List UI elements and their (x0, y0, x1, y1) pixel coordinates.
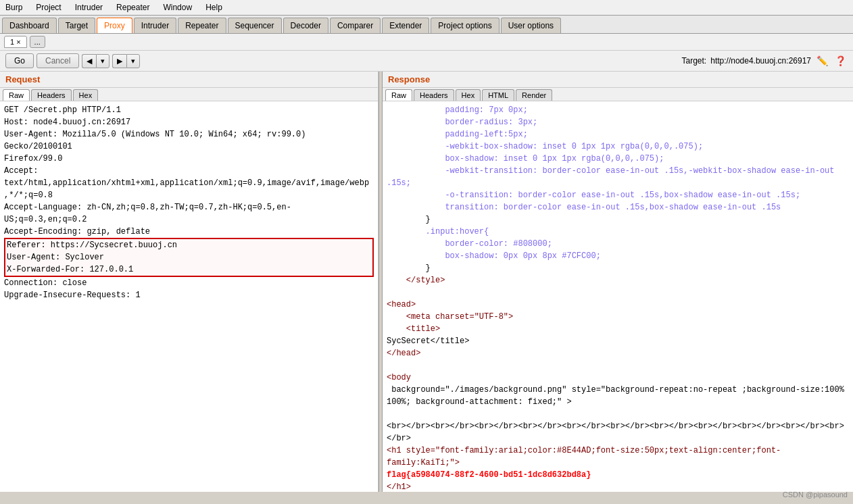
response-line: <h1 style="font-family:arial;color:#8E44… (387, 446, 781, 468)
repeater-tab-more[interactable]: ... (30, 36, 45, 48)
response-line: padding: 7px 0px; (387, 105, 528, 115)
forward-nav-group: ▶ ▾ (112, 54, 140, 68)
request-line: Accept-Language: zh-CN,zh;q=0.8,zh-TW;q=… (4, 201, 374, 226)
response-line: box-shadow: 0px 0px 8px #7CFC00; (387, 251, 601, 261)
request-panel: Request Raw Headers Hex GET /Secret.php … (0, 72, 379, 492)
request-line: Connection: close (4, 277, 374, 289)
response-line: box-shadow: inset 0 1px 1px rgba(0,0,0,.… (387, 154, 664, 163)
response-tab-hex[interactable]: Hex (456, 89, 481, 101)
go-button[interactable]: Go (5, 53, 34, 68)
response-line: border-color: #808000; (387, 239, 552, 249)
response-tab-render[interactable]: Render (516, 89, 552, 101)
tab-proxy[interactable]: Proxy (97, 18, 132, 33)
request-line: Accept-Encoding: gzip, deflate (4, 226, 374, 238)
response-line: padding-left:5px; (387, 130, 528, 139)
response-tabs: Raw Headers Hex HTML Render (383, 88, 853, 101)
tab-repeater[interactable]: Repeater (178, 18, 226, 33)
request-line: Firefox/99.0 (4, 153, 374, 165)
response-panel: Response Raw Headers Hex HTML Render pad… (383, 72, 853, 492)
response-line: </style> (387, 276, 445, 285)
response-line: <meta charset="UTF-8"> (387, 312, 513, 322)
response-line: SycSecret</title> (387, 336, 469, 346)
response-line: .input:hover{ (387, 227, 489, 236)
watermark: CSDN @pipasound (783, 490, 848, 492)
request-line: User-Agent: Mozilla/5.0 (Windows NT 10.0… (4, 128, 374, 153)
response-tab-headers[interactable]: Headers (414, 89, 454, 101)
main-tab-bar: Dashboard Target Proxy Intruder Repeater… (0, 16, 853, 34)
request-line: GET /Secret.php HTTP/1.1 (4, 104, 374, 116)
response-line: <br></br><br></br><br></br><br></br><br>… (387, 422, 844, 443)
toolbar: Go Cancel ◀ ▾ ▶ ▾ Target: http://node4.b… (0, 51, 853, 72)
tab-extender[interactable]: Extender (382, 18, 429, 33)
request-tabs: Raw Headers Hex (0, 88, 378, 101)
tab-decoder[interactable]: Decoder (283, 18, 328, 33)
forward-dropdown-button[interactable]: ▾ (126, 54, 140, 68)
response-panel-header: Response (383, 72, 853, 88)
back-nav-group: ◀ ▾ (82, 54, 109, 68)
response-line: </h1> (387, 482, 411, 492)
tab-sequencer[interactable]: Sequencer (228, 18, 282, 33)
edit-target-button[interactable]: ✏️ (815, 54, 829, 68)
response-content[interactable]: padding: 7px 0px; border-radius: 3px; pa… (383, 101, 853, 492)
tab-dashboard[interactable]: Dashboard (2, 18, 57, 33)
response-line: </head> (387, 349, 420, 358)
menu-bar: Burp Project Intruder Repeater Window He… (0, 0, 853, 16)
response-line: <title> (387, 324, 440, 334)
response-line: <body (387, 373, 411, 382)
response-tab-raw[interactable]: Raw (385, 89, 412, 101)
tab-intruder[interactable]: Intruder (134, 18, 176, 33)
request-line: X-Forwarded-For: 127.0.0.1 (7, 263, 371, 276)
response-tab-html[interactable]: HTML (482, 89, 514, 101)
tab-target[interactable]: Target (58, 18, 95, 33)
target-url: http://node4.buuoj.cn:26917 (710, 56, 811, 66)
tab-user-options[interactable]: User options (501, 18, 561, 33)
response-line: flag{a5984074-88f2-4600-bd51-1dc8d632bd8… (387, 470, 591, 480)
repeater-tab-row: 1 × ... (0, 34, 853, 51)
back-button[interactable]: ◀ (82, 54, 96, 68)
response-title: Response (388, 74, 430, 84)
request-title: Request (5, 74, 40, 84)
response-line: } (387, 215, 431, 224)
response-line: } (387, 263, 431, 273)
tab-project-options[interactable]: Project options (431, 18, 499, 33)
request-line: User-Agent: Syclover (7, 251, 371, 263)
request-tab-hex[interactable]: Hex (73, 89, 99, 101)
help-button[interactable]: ❓ (833, 54, 848, 68)
response-line: -webkit-box-shadow: inset 0 1px 1px rgba… (387, 142, 703, 151)
response-line: -webkit-transition: border-color ease-in… (387, 166, 839, 188)
forward-button[interactable]: ▶ (112, 54, 126, 68)
request-tab-raw[interactable]: Raw (3, 89, 30, 101)
response-line: <head> (387, 300, 416, 309)
repeater-tab-1[interactable]: 1 × (4, 36, 27, 48)
request-line: Upgrade-Insecure-Requests: 1 (4, 289, 374, 301)
request-line: text/html,application/xhtml+xml,applicat… (4, 177, 374, 201)
menu-repeater[interactable]: Repeater (114, 1, 152, 14)
request-content[interactable]: GET /Secret.php HTTP/1.1Host: node4.buuo… (0, 101, 378, 492)
back-dropdown-button[interactable]: ▾ (96, 54, 109, 68)
request-line: Accept: (4, 165, 374, 177)
response-line: transition: border-color ease-in-out .15… (387, 203, 781, 212)
menu-burp[interactable]: Burp (3, 1, 25, 14)
main-content: Request Raw Headers Hex GET /Secret.php … (0, 72, 853, 492)
request-line: Referer: https://Sycsecret.buuoj.cn (7, 239, 371, 251)
menu-help[interactable]: Help (203, 1, 225, 14)
target-info: Target: http://node4.buuoj.cn:26917 ✏️ ❓ (682, 54, 848, 68)
response-line: border-radius: 3px; (387, 118, 537, 127)
response-line: background="./images/background.png" sty… (387, 385, 849, 407)
response-line: -o-transition: border-color ease-in-out … (387, 191, 800, 200)
menu-intruder[interactable]: Intruder (72, 1, 105, 14)
tab-comparer[interactable]: Comparer (330, 18, 381, 33)
cancel-button[interactable]: Cancel (36, 53, 79, 68)
target-label: Target: (682, 56, 707, 66)
request-tab-headers[interactable]: Headers (31, 89, 72, 101)
request-line: Host: node4.buuoj.cn:26917 (4, 116, 374, 128)
menu-window[interactable]: Window (160, 1, 195, 14)
menu-project[interactable]: Project (33, 1, 64, 14)
request-panel-header: Request (0, 72, 378, 88)
